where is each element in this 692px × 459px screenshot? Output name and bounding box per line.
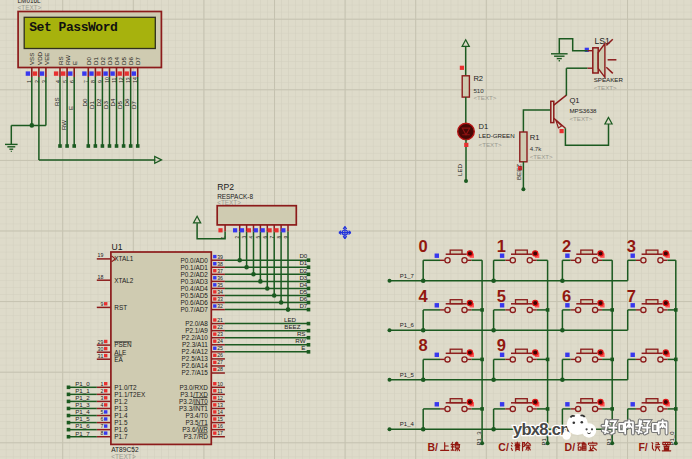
svg-text:D3: D3 <box>299 274 307 281</box>
svg-text:<TEXT>: <TEXT> <box>111 453 136 459</box>
svg-text:P0.7/AD7: P0.7/AD7 <box>181 306 209 313</box>
svg-text:LED: LED <box>284 316 297 323</box>
svg-text:R1: R1 <box>530 133 540 142</box>
svg-text:4.7k: 4.7k <box>530 145 543 152</box>
svg-text:P3.5/T1: P3.5/T1 <box>186 419 209 426</box>
svg-text:8: 8 <box>419 336 428 354</box>
svg-text:23: 23 <box>217 331 223 337</box>
svg-text:EA: EA <box>114 356 123 363</box>
svg-text:P1.7: P1.7 <box>114 433 128 440</box>
svg-text:P1.1/T2EX: P1.1/T2EX <box>114 391 146 398</box>
svg-text:0: 0 <box>419 237 428 255</box>
svg-text:XTAL1: XTAL1 <box>114 255 134 262</box>
svg-text:D5: D5 <box>120 57 127 65</box>
svg-text:D1: D1 <box>299 259 307 266</box>
svg-text:39: 39 <box>217 254 223 260</box>
svg-text:P0.4/AD4: P0.4/AD4 <box>181 285 209 292</box>
svg-text:22: 22 <box>217 324 223 330</box>
svg-text:P1_7: P1_7 <box>75 430 90 437</box>
svg-text:1: 1 <box>101 381 104 387</box>
svg-text:P1_4: P1_4 <box>400 421 415 427</box>
svg-text:D1: D1 <box>479 122 489 131</box>
svg-text:P1_2: P1_2 <box>75 394 90 401</box>
svg-text:17: 17 <box>217 430 223 436</box>
svg-text:3: 3 <box>101 395 104 401</box>
svg-text:D0: D0 <box>81 98 88 106</box>
svg-text:E: E <box>67 106 74 110</box>
svg-text:RW: RW <box>295 337 305 344</box>
svg-text:D0: D0 <box>299 252 307 259</box>
svg-text:<TEXT>: <TEXT> <box>479 141 502 148</box>
svg-text:2: 2 <box>562 237 571 255</box>
svg-text:MPS3638: MPS3638 <box>569 107 597 114</box>
svg-text:P0.2/AD2: P0.2/AD2 <box>181 271 209 278</box>
svg-text:28: 28 <box>217 366 223 372</box>
svg-text:8: 8 <box>101 430 104 436</box>
svg-text:7: 7 <box>627 287 636 305</box>
svg-text:P2.5/A13: P2.5/A13 <box>182 355 209 362</box>
svg-text:2: 2 <box>101 388 104 394</box>
svg-text:29: 29 <box>98 339 104 345</box>
svg-text:7: 7 <box>101 423 104 429</box>
svg-text:P1_1: P1_1 <box>75 387 90 394</box>
svg-text:<TEXT>: <TEXT> <box>530 153 553 160</box>
svg-text:27: 27 <box>217 359 223 365</box>
svg-text:VSS: VSS <box>28 53 35 65</box>
svg-text:RST: RST <box>114 304 127 311</box>
svg-text:19: 19 <box>98 252 104 258</box>
svg-text:P1.4: P1.4 <box>114 412 128 419</box>
svg-text:D1: D1 <box>88 101 95 109</box>
svg-text:D1: D1 <box>92 57 99 65</box>
svg-text:25: 25 <box>217 345 223 351</box>
svg-text:P1_3: P1_3 <box>476 431 482 446</box>
svg-text:P3.7/RD: P3.7/RD <box>184 433 209 440</box>
svg-text:P1_7: P1_7 <box>400 273 415 279</box>
svg-text:9: 9 <box>497 336 506 354</box>
svg-text:E: E <box>301 344 305 351</box>
svg-text:38: 38 <box>217 261 223 267</box>
svg-text:D6: D6 <box>127 57 134 65</box>
svg-text:BEEZ: BEEZ <box>284 323 300 330</box>
svg-text:P2.0/A8: P2.0/A8 <box>185 320 208 327</box>
svg-text:P1_6: P1_6 <box>75 422 90 429</box>
svg-text:RS: RS <box>297 330 306 337</box>
svg-text:31: 31 <box>98 353 104 359</box>
svg-text:F/: F/ <box>638 441 647 453</box>
svg-text:18: 18 <box>98 274 104 280</box>
svg-text:D0: D0 <box>85 57 92 65</box>
svg-text:D7: D7 <box>134 57 141 65</box>
svg-text:37: 37 <box>217 268 223 274</box>
svg-text:E: E <box>71 61 78 65</box>
svg-text:12: 12 <box>217 395 223 401</box>
svg-text:P3.1/TXD: P3.1/TXD <box>180 391 208 398</box>
svg-text:<TEXT>: <TEXT> <box>594 84 617 91</box>
svg-text:4: 4 <box>419 287 429 305</box>
svg-text:15: 15 <box>217 416 223 422</box>
svg-text:35: 35 <box>217 282 223 288</box>
svg-text:P3.3/INT1: P3.3/INT1 <box>179 405 208 412</box>
svg-text:14: 14 <box>217 409 223 415</box>
svg-text:36: 36 <box>217 275 223 281</box>
svg-text:D3: D3 <box>106 57 113 65</box>
svg-text:R2: R2 <box>473 74 483 83</box>
svg-text:PSEN: PSEN <box>114 341 132 348</box>
svg-text:33: 33 <box>217 296 223 302</box>
svg-text:1: 1 <box>497 237 506 255</box>
svg-text:B/: B/ <box>427 441 438 453</box>
svg-text:13: 13 <box>217 402 223 408</box>
svg-text:ybx8.cn: ybx8.cn <box>513 420 570 438</box>
svg-text:9: 9 <box>101 301 104 307</box>
svg-text:ALE: ALE <box>114 349 126 356</box>
svg-text:P0.1/AD1: P0.1/AD1 <box>181 264 209 271</box>
svg-text:5: 5 <box>497 287 506 305</box>
svg-text:RW: RW <box>64 55 71 65</box>
svg-text:VEE: VEE <box>43 53 50 65</box>
svg-text:D6: D6 <box>123 98 130 106</box>
svg-text:Q1: Q1 <box>569 96 579 105</box>
svg-text:P1.6: P1.6 <box>114 426 128 433</box>
svg-text:P0.5/AD5: P0.5/AD5 <box>181 292 209 299</box>
svg-text:P1.5: P1.5 <box>114 419 128 426</box>
svg-text:D5: D5 <box>299 288 307 295</box>
svg-text:D7: D7 <box>299 302 307 309</box>
svg-text:26: 26 <box>217 352 223 358</box>
